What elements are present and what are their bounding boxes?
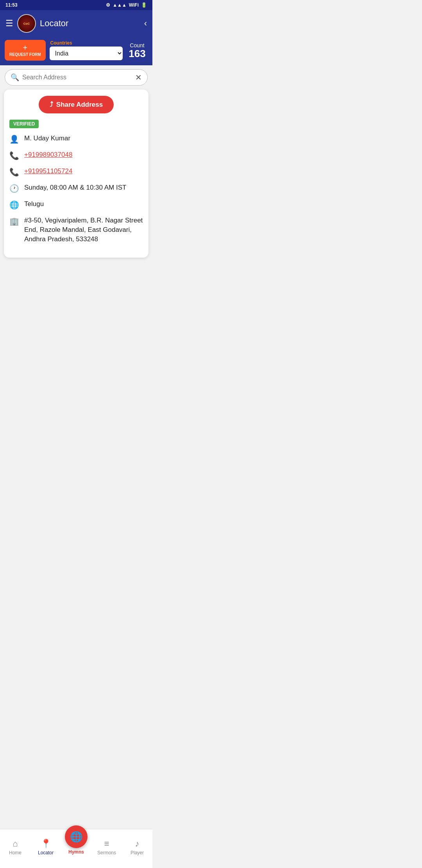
contact-language: Telugu bbox=[24, 199, 44, 209]
contact-schedule: Sunday, 08:00 AM & 10:30 AM IST bbox=[24, 183, 126, 192]
page-content: 🔍 ✕ ⤴ Share Address VERIFIED 👤 M. Uday K… bbox=[0, 69, 152, 298]
clock-icon: 🕐 bbox=[9, 184, 19, 193]
status-time: 11:53 bbox=[5, 2, 18, 8]
app-title: Locator bbox=[40, 18, 140, 29]
battery-icon: 🔋 bbox=[141, 2, 147, 8]
phone1-row: 📞 +919989037048 bbox=[9, 150, 143, 160]
back-icon[interactable]: ‹ bbox=[144, 18, 147, 29]
countries-label: Countries bbox=[50, 40, 123, 46]
share-address-label: Share Address bbox=[56, 101, 103, 109]
schedule-row: 🕐 Sunday, 08:00 AM & 10:30 AM IST bbox=[9, 183, 143, 193]
plus-icon: + bbox=[23, 44, 27, 52]
church-card: ⤴ Share Address VERIFIED 👤 M. Uday Kumar… bbox=[4, 90, 148, 258]
app-logo: CoC bbox=[17, 14, 36, 33]
phone1-icon: 📞 bbox=[9, 151, 19, 160]
settings-icon: ⚙ bbox=[106, 2, 110, 8]
address-row: 🏢 #3-50, Vegivaripalem, B.R. Nagar Stree… bbox=[9, 216, 143, 244]
person-icon: 👤 bbox=[9, 135, 19, 144]
toolbar: + REQUEST FORM Countries India Count 163 bbox=[0, 37, 152, 65]
phone2-icon: 📞 bbox=[9, 167, 19, 177]
wifi-icon: WiFi bbox=[129, 2, 139, 8]
clear-icon[interactable]: ✕ bbox=[135, 73, 142, 82]
share-address-button[interactable]: ⤴ Share Address bbox=[39, 96, 114, 113]
search-input[interactable] bbox=[22, 74, 132, 81]
verified-badge: VERIFIED bbox=[9, 120, 39, 128]
contact-name: M. Uday Kumar bbox=[24, 134, 70, 143]
top-bar: ☰ CoC Locator ‹ bbox=[0, 10, 152, 37]
count-value: 163 bbox=[127, 48, 148, 59]
country-select[interactable]: India bbox=[50, 47, 123, 60]
hamburger-icon[interactable]: ☰ bbox=[5, 18, 13, 29]
request-form-label: REQUEST FORM bbox=[9, 52, 41, 57]
contact-phone1[interactable]: +919989037048 bbox=[24, 150, 72, 160]
contact-phone2[interactable]: +919951105724 bbox=[24, 167, 72, 176]
contact-name-row: 👤 M. Uday Kumar bbox=[9, 134, 143, 144]
signal-icon: ▲▲▲ bbox=[113, 2, 127, 8]
contact-address: #3-50, Vegivaripalem, B.R. Nagar Street … bbox=[24, 216, 143, 244]
globe-icon: 🌐 bbox=[9, 200, 19, 210]
share-icon: ⤴ bbox=[50, 100, 53, 109]
language-row: 🌐 Telugu bbox=[9, 199, 143, 210]
phone2-row: 📞 +919951105724 bbox=[9, 167, 143, 177]
building-icon: 🏢 bbox=[9, 217, 19, 226]
request-form-button[interactable]: + REQUEST FORM bbox=[5, 40, 46, 61]
search-bar: 🔍 ✕ bbox=[5, 69, 148, 86]
logo-inner: CoC bbox=[18, 15, 35, 32]
country-dropdown-wrap: Countries India bbox=[50, 40, 123, 60]
status-icons: ⚙ ▲▲▲ WiFi 🔋 bbox=[106, 2, 147, 8]
status-bar: 11:53 ⚙ ▲▲▲ WiFi 🔋 bbox=[0, 0, 152, 10]
search-icon: 🔍 bbox=[11, 73, 19, 82]
count-box: Count 163 bbox=[127, 42, 148, 59]
